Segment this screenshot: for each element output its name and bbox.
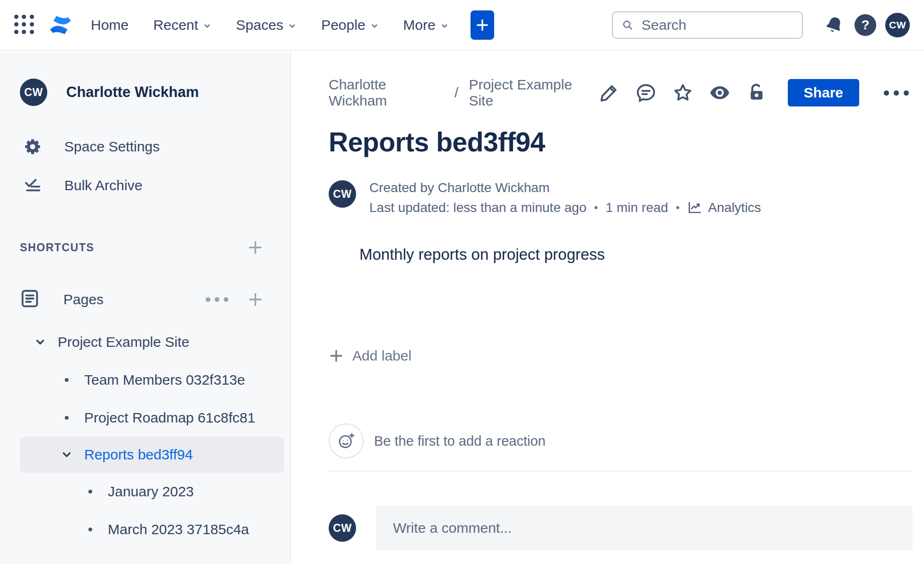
page-title: Reports bed3ff94 <box>329 126 913 158</box>
pages-icon <box>19 288 41 311</box>
chevron-down-icon <box>288 22 296 30</box>
favorite-button[interactable] <box>670 79 696 106</box>
more-actions-icon[interactable] <box>880 87 913 99</box>
comment-input-box[interactable] <box>376 506 913 550</box>
bell-icon <box>824 15 844 35</box>
tree-item-label: March 2023 37185c4a <box>108 521 249 538</box>
nav-spaces-label: Spaces <box>236 17 283 33</box>
last-updated-text[interactable]: Last updated: less than a minute ago <box>369 200 586 215</box>
reactions-section: Be the first to add a reaction <box>329 423 913 458</box>
search-input[interactable] <box>642 17 794 33</box>
analytics-chart-icon <box>687 200 702 215</box>
notifications-button[interactable] <box>822 13 846 37</box>
help-button[interactable]: ? <box>853 13 878 37</box>
tree-item-label: Project Example Site <box>58 334 189 350</box>
tree-item-march-2023[interactable]: March 2023 37185c4a <box>20 511 284 548</box>
nav-recent-label: Recent <box>153 17 198 33</box>
tree-item-team-members[interactable]: Team Members 032f313e <box>20 361 284 399</box>
add-label-button[interactable]: Add label <box>329 345 411 367</box>
chevron-down-icon[interactable] <box>60 449 74 461</box>
author-avatar[interactable]: CW <box>329 180 356 208</box>
page-actions: Share <box>596 79 913 106</box>
reaction-prompt-text: Be the first to add a reaction <box>374 433 546 449</box>
watch-button[interactable] <box>706 79 733 106</box>
tree-item-project-example-site[interactable]: Project Example Site <box>20 323 284 361</box>
sidebar-item-space-settings[interactable]: Space Settings <box>0 133 290 160</box>
pencil-icon <box>598 82 620 104</box>
space-sidebar: CW Charlotte Wickham Space Settings Bulk… <box>0 52 291 564</box>
page-body-text: Monthly reports on project progress <box>359 246 913 264</box>
share-button[interactable]: Share <box>788 79 859 106</box>
plus-icon <box>329 348 344 363</box>
chevron-down-icon <box>203 22 211 30</box>
tree-item-project-roadmap[interactable]: Project Roadmap 61c8fc81 <box>20 399 284 437</box>
bullet-icon <box>60 416 74 420</box>
plus-icon <box>475 18 489 32</box>
avatar-initials: CW <box>889 19 906 31</box>
tree-item-label: Reports bed3ff94 <box>84 447 193 463</box>
tree-item-label: Project Roadmap 61c8fc81 <box>84 410 255 426</box>
search-icon <box>621 18 634 32</box>
eye-icon <box>708 81 731 104</box>
breadcrumb-page-link[interactable]: Project Example Site <box>469 77 595 109</box>
pages-label[interactable]: Pages <box>63 291 203 308</box>
nav-people[interactable]: People <box>321 17 378 33</box>
comment-section: CW <box>329 506 913 550</box>
primary-nav: Home Recent Spaces People More <box>91 17 449 33</box>
nav-more-label: More <box>403 17 436 33</box>
bullet-icon <box>60 378 74 382</box>
breadcrumb-space-link[interactable]: Charlotte Wickham <box>329 77 444 109</box>
space-profile[interactable]: CW Charlotte Wickham <box>0 78 290 107</box>
space-avatar: CW <box>20 79 47 106</box>
tree-item-label: January 2023 <box>108 484 194 500</box>
question-mark-icon: ? <box>854 14 876 36</box>
shortcuts-heading: SHORTCUTS <box>20 241 95 254</box>
top-navigation-bar: Home Recent Spaces People More <box>0 0 924 51</box>
nav-spaces[interactable]: Spaces <box>236 17 296 33</box>
app-switcher-icon[interactable] <box>14 15 35 35</box>
create-page-button[interactable] <box>245 290 265 309</box>
nav-more[interactable]: More <box>403 17 449 33</box>
bulk-archive-icon <box>22 176 44 194</box>
nav-recent[interactable]: Recent <box>153 17 211 33</box>
search-box[interactable] <box>612 11 803 39</box>
bulk-archive-label: Bulk Archive <box>64 177 142 194</box>
plus-icon <box>247 239 263 256</box>
breadcrumb: Charlotte Wickham / Project Example Site <box>329 77 596 109</box>
comment-input[interactable] <box>393 520 896 536</box>
page-tree: Project Example Site Team Members 032f31… <box>0 323 290 548</box>
comment-bubble-icon <box>635 82 657 104</box>
sidebar-item-bulk-archive[interactable]: Bulk Archive <box>0 172 290 199</box>
restrictions-button[interactable] <box>743 79 770 106</box>
section-divider <box>329 471 913 472</box>
pages-section-header: Pages <box>0 284 290 315</box>
create-button[interactable] <box>471 10 494 40</box>
gear-icon <box>22 138 44 156</box>
tree-item-label: Team Members 032f313e <box>84 372 245 388</box>
add-reaction-button[interactable] <box>329 423 364 458</box>
confluence-logo-icon[interactable] <box>47 12 74 38</box>
nav-people-label: People <box>321 17 365 33</box>
chevron-down-icon <box>370 22 379 30</box>
unlock-icon <box>746 82 767 104</box>
chevron-down-icon <box>440 22 449 30</box>
chevron-down-icon[interactable] <box>33 336 47 348</box>
user-avatar[interactable]: CW <box>885 13 910 37</box>
edit-button[interactable] <box>596 79 622 106</box>
shortcuts-section-header: SHORTCUTS <box>0 237 290 258</box>
emoji-add-icon <box>337 432 356 450</box>
commenter-avatar: CW <box>329 514 356 542</box>
breadcrumb-separator: / <box>454 85 458 101</box>
created-by-text: Created by Charlotte Wickham <box>369 180 761 195</box>
plus-icon <box>247 291 263 308</box>
nav-home[interactable]: Home <box>91 17 129 33</box>
tree-item-reports-selected[interactable]: Reports bed3ff94 <box>20 437 284 473</box>
add-shortcut-button[interactable] <box>245 238 265 257</box>
space-name: Charlotte Wickham <box>66 84 199 101</box>
tree-item-january-2023[interactable]: January 2023 <box>20 473 284 511</box>
read-time-text: 1 min read <box>606 200 668 215</box>
comment-button[interactable] <box>633 79 659 106</box>
pages-more-actions-icon[interactable] <box>203 294 231 305</box>
analytics-link[interactable]: Analytics <box>687 200 761 215</box>
add-label-text: Add label <box>352 348 411 364</box>
